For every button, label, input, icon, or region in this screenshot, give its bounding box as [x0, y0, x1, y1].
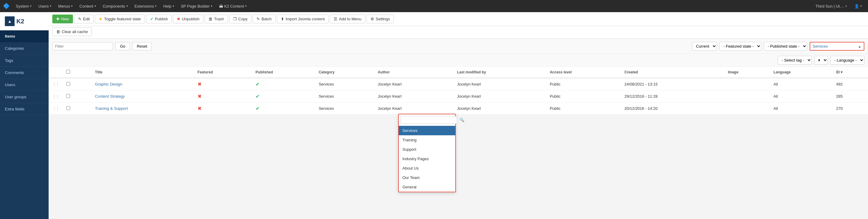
item-title-link[interactable]: Graphic Design: [95, 82, 122, 86]
publish-button[interactable]: ✔ Publish: [146, 14, 172, 23]
row-published[interactable]: ✔: [252, 78, 315, 90]
drag-handle[interactable]: ⋮⋮: [49, 78, 63, 90]
nav-menus[interactable]: Menus ▾: [55, 0, 76, 12]
nav-site-link[interactable]: Third Sun | Ut… ↗: [812, 0, 850, 12]
col-created[interactable]: Created: [621, 67, 724, 78]
row-featured[interactable]: ✖: [194, 103, 252, 115]
row-title[interactable]: Training & Support: [91, 103, 194, 115]
nav-spbuilder[interactable]: SP Page Builder ▾: [178, 0, 215, 12]
toggle-featured-button[interactable]: ★ Toggle featured state: [95, 14, 145, 23]
dropdown-item-support[interactable]: Support: [399, 145, 455, 154]
trash-icon: 🗑: [209, 17, 212, 21]
toolbar-row2: 🗑 Clear all cache: [49, 26, 868, 39]
nav-user[interactable]: 👤 ▾: [851, 0, 865, 12]
col-access[interactable]: Access level: [546, 67, 621, 78]
menu-icon: ☰: [334, 17, 337, 21]
dropdown-search-icon[interactable]: 🔍: [458, 117, 466, 123]
row-featured[interactable]: ✖: [194, 78, 252, 90]
nav-user-caret: ▾: [860, 5, 862, 8]
col-author[interactable]: Author: [374, 67, 454, 78]
nav-users[interactable]: Users ▾: [35, 0, 54, 12]
col-title[interactable]: Title: [91, 67, 194, 78]
unpublish-button[interactable]: ✖ Unpublish: [173, 14, 203, 23]
nav-system[interactable]: System ▾: [13, 0, 35, 12]
row-title[interactable]: Graphic Design: [91, 78, 194, 90]
row-author: Jocelyn Kearl: [374, 90, 454, 103]
row-checkbox[interactable]: [66, 106, 70, 110]
nav-extensions[interactable]: Extensions ▾: [132, 0, 160, 12]
sidebar-item-items[interactable]: Items: [0, 30, 49, 42]
direction-select[interactable]: ▾: [814, 56, 828, 65]
nav-k2content[interactable]: 🏔 K2 Content ▾: [216, 0, 250, 12]
dropdown-item-industry-pages[interactable]: Industry Pages: [399, 154, 455, 163]
nav-help[interactable]: Help ▾: [160, 0, 177, 12]
row-checkbox[interactable]: [66, 82, 70, 86]
clear-cache-icon: 🗑: [56, 29, 60, 34]
edit-button[interactable]: ✎ Edit: [74, 14, 94, 23]
plus-icon: ✚: [56, 17, 60, 21]
sidebar-item-categories[interactable]: Categories: [0, 42, 49, 54]
dropdown-search-input[interactable]: [401, 116, 457, 124]
row-image: [724, 78, 770, 90]
sidebar-item-users[interactable]: Users: [0, 79, 49, 91]
batch-button[interactable]: ✎ Batch: [253, 14, 275, 23]
copy-icon: ❐: [233, 17, 237, 21]
go-button[interactable]: Go: [116, 42, 130, 50]
col-featured[interactable]: Featured: [194, 67, 252, 78]
nav-components[interactable]: Components ▾: [100, 0, 131, 12]
copy-button[interactable]: ❐ Copy: [229, 14, 251, 23]
item-title-link[interactable]: Training & Support: [95, 106, 128, 111]
row-id: 285: [832, 90, 868, 103]
sidebar-item-extra-fields[interactable]: Extra fields: [0, 103, 49, 115]
nav-k2content-caret: ▾: [245, 5, 247, 8]
row-author: Jocelyn Kearl: [374, 103, 454, 115]
import-icon: ⬆: [281, 17, 284, 21]
sidebar-item-user-groups[interactable]: User groups: [0, 91, 49, 103]
drag-handle[interactable]: ⋮⋮: [49, 90, 63, 103]
filter-input[interactable]: [52, 42, 113, 50]
col-last-modified[interactable]: Last modified by: [454, 67, 546, 78]
settings-button[interactable]: ⚙ Settings: [367, 14, 394, 23]
col-published[interactable]: Published: [252, 67, 315, 78]
published-state-select[interactable]: - Published state -: [764, 42, 807, 51]
row-published[interactable]: ✔: [252, 90, 315, 103]
drag-handle[interactable]: ⋮⋮: [49, 103, 63, 115]
row-published[interactable]: ✔: [252, 103, 315, 115]
row-category: Services: [315, 90, 374, 103]
nav-content-caret: ▾: [95, 5, 96, 8]
row-check[interactable]: [63, 78, 91, 90]
row-check[interactable]: [63, 103, 91, 115]
row-check[interactable]: [63, 90, 91, 103]
row-image: [724, 103, 770, 115]
nav-content[interactable]: Content ▾: [76, 0, 99, 12]
sidebar-item-comments[interactable]: Comments: [0, 67, 49, 79]
item-title-link[interactable]: Content Strategy: [95, 94, 125, 99]
dropdown-item-general[interactable]: General: [399, 182, 455, 192]
new-button[interactable]: ✚ New: [52, 14, 73, 23]
select-tag[interactable]: - Select tag -: [778, 56, 812, 65]
featured-state-select[interactable]: - Featured state -: [719, 42, 761, 51]
trash-button[interactable]: 🗑 Trash: [205, 14, 228, 23]
category-select-trigger[interactable]: Services ▲: [810, 42, 864, 51]
dropdown-item-our-team[interactable]: Our Team: [399, 173, 455, 182]
reset-button[interactable]: Reset: [132, 42, 152, 50]
col-id[interactable]: ID ▾: [832, 67, 868, 78]
row-checkbox[interactable]: [66, 94, 70, 98]
col-check[interactable]: [63, 67, 91, 78]
k2-logo-text: K2: [17, 18, 24, 25]
sidebar-item-tags[interactable]: Tags: [0, 54, 49, 67]
row-title[interactable]: Content Strategy: [91, 90, 194, 103]
current-select[interactable]: Current: [692, 42, 717, 51]
dropdown-item-services[interactable]: Services: [399, 126, 455, 135]
row-category: Services: [315, 103, 374, 115]
dropdown-item-about-us[interactable]: About Us: [399, 163, 455, 173]
select-all-checkbox[interactable]: [66, 70, 70, 74]
add-to-menu-button[interactable]: ☰ Add to Menu: [330, 14, 365, 23]
language-select[interactable]: - Language -: [830, 56, 864, 65]
row-featured[interactable]: ✖: [194, 90, 252, 103]
import-button[interactable]: ⬆ Import Joomla content: [277, 14, 329, 23]
clear-cache-button[interactable]: 🗑 Clear all cache: [52, 27, 92, 36]
dropdown-item-training[interactable]: Training: [399, 135, 455, 145]
star-icon: ★: [99, 17, 102, 21]
col-category[interactable]: Category: [315, 67, 374, 78]
